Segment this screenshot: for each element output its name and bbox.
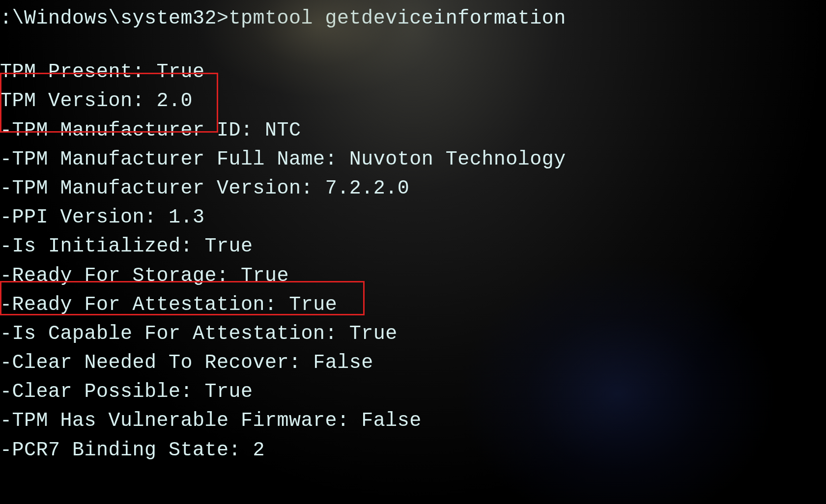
line-prefix: - <box>0 148 12 170</box>
output-line-pcr7-binding-state: -PCR7 Binding State: 2 <box>0 436 826 465</box>
line-value: 2 <box>253 439 265 461</box>
line-prefix: - <box>0 294 12 316</box>
prompt-command: tpmtool getdeviceinformation <box>229 7 566 29</box>
line-label: Clear Possible <box>12 381 181 403</box>
line-prefix: - <box>0 119 12 141</box>
output-line-ready-for-attestation: -Ready For Attestation: True <box>0 290 826 319</box>
line-prefix: - <box>0 265 12 287</box>
line-value: 2.0 <box>157 90 193 112</box>
line-separator: : <box>241 119 265 141</box>
line-separator: : <box>133 90 157 112</box>
line-separator: : <box>289 352 313 374</box>
output-line-is-initialized: -Is Initialized: True <box>0 232 826 261</box>
line-value: True <box>157 61 205 83</box>
line-label: TPM Version <box>0 90 133 112</box>
line-label: TPM Manufacturer Full Name <box>12 148 325 170</box>
output-line-is-capable-for-attestation: -Is Capable For Attestation: True <box>0 319 826 348</box>
output-line-clear-possible: -Clear Possible: True <box>0 377 826 406</box>
line-label: Is Capable For Attestation <box>12 323 325 345</box>
line-prefix: - <box>0 352 12 374</box>
output-line-manufacturer-version: -TPM Manufacturer Version: 7.2.2.0 <box>0 174 826 203</box>
output-line-manufacturer-full-name: -TPM Manufacturer Full Name: Nuvoton Tec… <box>0 145 826 174</box>
output-line-tpm-has-vulnerable-firmware: -TPM Has Vulnerable Firmware: False <box>0 406 826 435</box>
prompt-path: :\Windows\system32> <box>0 7 229 29</box>
line-prefix: - <box>0 177 12 199</box>
output-line-manufacturer-id: -TPM Manufacturer ID: NTC <box>0 116 826 145</box>
line-separator: : <box>181 235 205 257</box>
line-label: TPM Manufacturer Version <box>12 177 301 199</box>
line-label: PPI Version <box>12 206 145 228</box>
line-value: 7.2.2.0 <box>325 177 410 199</box>
line-value: True <box>349 323 398 345</box>
output-line-ppi-version: -PPI Version: 1.3 <box>0 203 826 232</box>
line-prefix: - <box>0 410 12 432</box>
line-separator: : <box>181 381 205 403</box>
line-label: Is Initialized <box>12 235 181 257</box>
line-prefix: - <box>0 381 12 403</box>
output-line-tpm-version: TPM Version: 2.0 <box>0 86 826 115</box>
line-separator: : <box>265 294 289 316</box>
line-value: False <box>361 410 422 432</box>
line-value: False <box>313 352 373 374</box>
line-prefix: - <box>0 323 12 345</box>
output-line-ready-for-storage: -Ready For Storage: True <box>0 261 826 290</box>
line-value: True <box>289 294 337 316</box>
line-separator: : <box>217 265 241 287</box>
line-label: Ready For Storage <box>12 265 217 287</box>
line-separator: : <box>229 439 253 461</box>
line-value: NTC <box>265 119 301 141</box>
line-value: True <box>205 381 253 403</box>
line-label: Clear Needed To Recover <box>12 352 289 374</box>
line-separator: : <box>325 148 349 170</box>
line-value: Nuvoton Technology <box>349 148 566 170</box>
terminal-output: :\Windows\system32>tpmtool getdeviceinfo… <box>0 4 826 465</box>
line-value: 1.3 <box>169 206 205 228</box>
line-prefix: - <box>0 235 12 257</box>
line-value: True <box>205 235 253 257</box>
output-line-tpm-present: TPM Present: True <box>0 57 826 86</box>
line-separator: : <box>144 206 169 228</box>
line-separator: : <box>325 323 349 345</box>
line-value: True <box>241 265 289 287</box>
line-prefix: - <box>0 439 12 461</box>
line-separator: : <box>301 177 325 199</box>
line-label: Ready For Attestation <box>12 294 265 316</box>
line-prefix: - <box>0 206 12 228</box>
output-line-clear-needed-to-recover: -Clear Needed To Recover: False <box>0 348 826 377</box>
line-label: PCR7 Binding State <box>12 439 229 461</box>
bottom-fade <box>0 465 826 504</box>
line-label: TPM Manufacturer ID <box>12 119 241 141</box>
line-separator: : <box>337 410 361 432</box>
line-separator: : <box>133 61 157 83</box>
line-label: TPM Has Vulnerable Firmware <box>12 410 338 432</box>
line-label: TPM Present <box>0 61 133 83</box>
command-prompt-line: :\Windows\system32>tpmtool getdeviceinfo… <box>0 4 826 33</box>
